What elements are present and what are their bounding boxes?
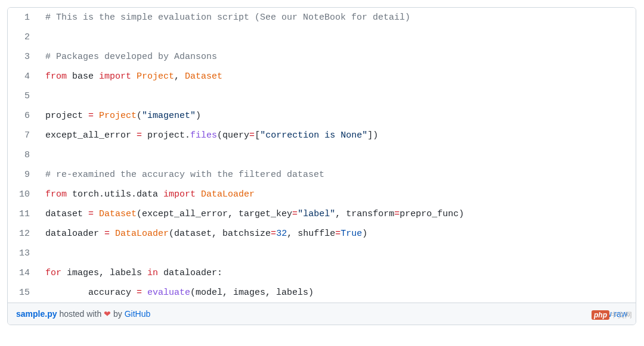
code-line: 1# This is the simple evaluation script … xyxy=(8,8,636,27)
line-number[interactable]: 10 xyxy=(8,185,41,204)
code-line: 6project = Project("imagenet") xyxy=(8,106,636,126)
code-content: from torch.utils.data import DataLoader xyxy=(41,185,255,204)
code-content xyxy=(41,244,51,263)
code-content: except_all_error = project.files(query=[… xyxy=(41,126,378,145)
line-number[interactable]: 4 xyxy=(8,67,41,86)
line-number[interactable]: 11 xyxy=(8,204,41,224)
code-line: 7except_all_error = project.files(query=… xyxy=(8,126,636,145)
gist-footer: sample.py hosted with ❤ by GitHub view r… xyxy=(8,303,636,325)
code-line: 15 accuracy = evaluate(model, images, la… xyxy=(8,283,636,303)
code-line: 14for images, labels in dataloader: xyxy=(8,263,636,283)
code-line: 10from torch.utils.data import DataLoade… xyxy=(8,185,636,204)
line-number[interactable]: 8 xyxy=(8,145,41,165)
view-raw-link[interactable]: view raw xyxy=(595,309,627,319)
code-content: from base import Project, Dataset xyxy=(41,67,222,86)
code-content: dataset = Dataset(except_all_error, targ… xyxy=(41,204,464,224)
code-line: 2 xyxy=(8,27,636,47)
hosted-with-text: hosted with xyxy=(59,309,104,319)
code-line: 11dataset = Dataset(except_all_error, ta… xyxy=(8,204,636,224)
footer-left: sample.py hosted with ❤ by GitHub xyxy=(16,309,150,319)
code-content: dataloader = DataLoader(dataset, batchsi… xyxy=(41,224,367,244)
line-number[interactable]: 5 xyxy=(8,86,41,106)
line-number[interactable]: 7 xyxy=(8,126,41,145)
code-content xyxy=(41,86,51,106)
code-content xyxy=(41,145,51,165)
line-number[interactable]: 15 xyxy=(8,283,41,303)
line-number[interactable]: 13 xyxy=(8,244,41,263)
line-number[interactable]: 2 xyxy=(8,27,41,47)
code-area: 1# This is the simple evaluation script … xyxy=(8,8,636,303)
code-content: accuracy = evaluate(model, images, label… xyxy=(41,283,314,303)
code-line: 4from base import Project, Dataset xyxy=(8,67,636,86)
code-content: # This is the simple evaluation script (… xyxy=(41,8,410,27)
code-line: 9# re-examined the accuracy with the fil… xyxy=(8,165,636,185)
gist-container: 1# This is the simple evaluation script … xyxy=(7,7,636,325)
code-line: 3# Packages developed by Adansons xyxy=(8,47,636,67)
code-line: 5 xyxy=(8,86,636,106)
filename-link[interactable]: sample.py xyxy=(16,309,57,319)
line-number[interactable]: 12 xyxy=(8,224,41,244)
code-content: for images, labels in dataloader: xyxy=(41,263,222,283)
line-number[interactable]: 6 xyxy=(8,106,41,126)
line-number[interactable]: 14 xyxy=(8,263,41,283)
line-number[interactable]: 1 xyxy=(8,8,41,27)
by-text: by xyxy=(113,309,125,319)
code-content: # Packages developed by Adansons xyxy=(41,47,217,67)
code-line: 12dataloader = DataLoader(dataset, batch… xyxy=(8,224,636,244)
code-content: # re-examined the accuracy with the filt… xyxy=(41,165,324,185)
code-line: 8 xyxy=(8,145,636,165)
heart-icon: ❤ xyxy=(104,309,111,319)
github-link[interactable]: GitHub xyxy=(125,309,151,319)
code-content xyxy=(41,27,51,47)
code-content: project = Project("imagenet") xyxy=(41,106,201,126)
line-number[interactable]: 9 xyxy=(8,165,41,185)
line-number[interactable]: 3 xyxy=(8,47,41,67)
code-line: 13 xyxy=(8,244,636,263)
